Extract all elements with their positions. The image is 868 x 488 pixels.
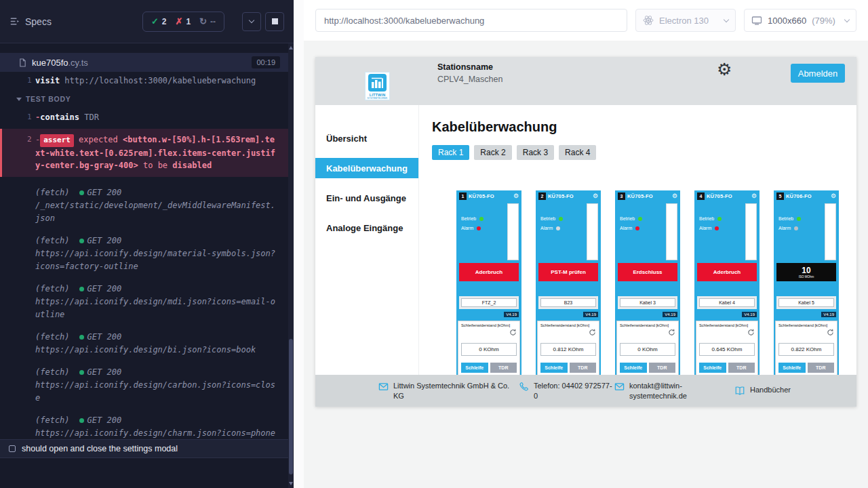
fetch-log-entry[interactable]: (fetch)GET 200 https://api.iconify.desig… xyxy=(0,414,288,440)
alarm-row: Alarm xyxy=(694,226,736,230)
resistance-section: Schleifenwiderstand [kOhm] 0 KOhm xyxy=(616,321,679,375)
fetch-log-entry[interactable]: (fetch)GET 200 https://api.iconify.desig… xyxy=(0,235,288,273)
alarm-label: Alarm xyxy=(620,226,632,230)
panel-resizer[interactable] xyxy=(294,0,304,488)
rack-tab[interactable]: Rack 3 xyxy=(517,145,554,160)
status-text: Erdschluss xyxy=(633,269,662,275)
command-visit[interactable]: 1 visit http://localhost:3000/kabelueber… xyxy=(0,72,288,88)
cable-name: FTZ_2 xyxy=(461,298,517,307)
alarm-led xyxy=(635,226,639,230)
schleife-button[interactable]: Schleife xyxy=(540,363,568,373)
rack-tab[interactable]: Rack 2 xyxy=(474,145,511,160)
electron-icon xyxy=(643,15,654,26)
book-icon xyxy=(734,386,745,396)
stop-icon xyxy=(272,18,278,24)
refresh-icon[interactable] xyxy=(668,329,675,336)
littwin-app: LITTWIN SYSTEMTECHNIK Stationsname CPLV4… xyxy=(315,57,856,407)
schleife-button[interactable]: Schleife xyxy=(620,363,647,373)
command-contains[interactable]: 1 -contains TDR xyxy=(0,108,288,125)
tdr-button[interactable]: TDR xyxy=(490,363,517,373)
schleife-button[interactable]: Schleife xyxy=(778,363,806,373)
refresh-icon[interactable] xyxy=(589,329,596,336)
resistance-section: Schleifenwiderstand [kOhm] 0.812 KOhm xyxy=(537,321,599,375)
footer-manuals-link[interactable]: Handbücher xyxy=(734,385,791,396)
device-status-panel: Betrieb Alarm xyxy=(615,202,680,262)
fetch-log-entry[interactable]: (fetch)GET 200 https://api.iconify.desig… xyxy=(0,366,288,405)
logout-button[interactable]: Abmelden xyxy=(791,64,845,83)
scroll-up-arrow[interactable] xyxy=(289,46,293,49)
device-gear-icon[interactable]: ⚙ xyxy=(513,193,519,199)
device-number: 5 xyxy=(776,192,784,200)
spec-duration-badge: 00:19 xyxy=(252,56,280,68)
footer-company: Littwin Systemtechnik GmbH & Co. KG xyxy=(378,381,512,401)
sidebar-item[interactable]: Ein- und Ausgänge xyxy=(315,188,418,208)
command-assert-failed[interactable]: 2 -assertexpected <button.w-[50%].h-[1.5… xyxy=(0,129,288,177)
station-info: Stationsname CPLV4_Maschen xyxy=(437,62,502,84)
device-gear-icon[interactable]: ⚙ xyxy=(672,193,677,199)
test-body-section[interactable]: TEST BODY xyxy=(0,95,288,103)
rack-tab[interactable]: Rack 1 xyxy=(432,145,469,160)
device-card-header: 3 KÜ705-FO ⚙ xyxy=(615,190,680,202)
status-message: PST-M prüfen xyxy=(538,263,598,281)
fetch-status: GET 200 xyxy=(87,188,122,197)
fetch-log-entry[interactable]: (fetch)GET 200 https://api.iconify.desig… xyxy=(0,283,288,321)
tdr-button[interactable]: TDR xyxy=(728,363,755,373)
status-message: Erdschluss xyxy=(618,263,677,281)
browser-select[interactable]: Electron 130 xyxy=(635,9,736,32)
betrieb-label: Betrieb xyxy=(461,216,476,221)
alarm-led xyxy=(477,226,481,230)
device-number: 3 xyxy=(618,192,625,200)
refresh-icon[interactable] xyxy=(747,329,755,336)
settings-gear-icon[interactable]: ⚙ xyxy=(717,61,732,78)
footer-email[interactable]: kontakt@littwin-systemtechnik.de xyxy=(614,381,697,401)
sidebar-item[interactable]: Übersicht xyxy=(315,128,418,148)
fetch-label: (fetch) xyxy=(35,415,70,425)
rack-tab[interactable]: Rack 4 xyxy=(559,145,596,160)
tdr-button[interactable]: TDR xyxy=(808,363,835,373)
fetch-url: /_next/static/development/_devMiddleware… xyxy=(35,199,279,225)
fetch-log-entry[interactable]: (fetch)GET 200 https://api.iconify.desig… xyxy=(0,331,288,357)
fetch-log-entry[interactable]: (fetch)GET 200 /_next/static/development… xyxy=(0,186,288,225)
device-gear-icon[interactable]: ⚙ xyxy=(751,193,757,199)
test-stats: ✓ 2 ✗ 1 ↻ -- xyxy=(142,12,224,32)
spec-file-bar[interactable]: kue705fo.cy.ts 00:19 xyxy=(0,53,288,72)
sidebar-item[interactable]: Analoge Eingänge xyxy=(315,218,418,238)
fetch-url: https://api.iconify.design/bi.json?icons… xyxy=(35,344,279,357)
test-title-bar[interactable]: should open and close the settings modal xyxy=(0,439,288,458)
collapse-button[interactable] xyxy=(242,12,261,31)
viewport-zoom: (79%) xyxy=(812,16,835,26)
chevron-down-icon xyxy=(844,16,850,22)
logo-mark-icon xyxy=(368,74,387,92)
scrollbar-thumb[interactable] xyxy=(289,339,293,474)
browser-name: Electron 130 xyxy=(659,16,709,26)
footer-phone[interactable]: Telefon: 04402 972577-0 xyxy=(519,381,615,401)
specs-button[interactable]: Specs xyxy=(9,16,52,27)
cypress-reporter-panel: Specs ✓ 2 ✗ 1 ↻ -- kue705fo.cy.ts xyxy=(0,0,294,488)
cable-name-row: B23 xyxy=(538,296,598,309)
refresh-icon[interactable] xyxy=(827,329,834,336)
reporter-scrollbar[interactable] xyxy=(288,43,294,488)
schleife-button[interactable]: Schleife xyxy=(699,363,726,373)
scroll-down-arrow[interactable] xyxy=(289,482,293,485)
stop-button[interactable] xyxy=(265,12,284,31)
schleife-button[interactable]: Schleife xyxy=(461,363,488,373)
device-gear-icon[interactable]: ⚙ xyxy=(593,193,598,199)
tdr-button[interactable]: TDR xyxy=(649,363,676,373)
device-gear-icon[interactable]: ⚙ xyxy=(831,193,836,199)
tdr-button[interactable]: TDR xyxy=(570,363,597,373)
fetch-status: GET 200 xyxy=(87,367,122,377)
betrieb-led xyxy=(797,217,801,221)
app-body: Übersicht Kabelüberwachung Ein- und Ausg… xyxy=(315,105,856,375)
device-model: KÜ706-FO xyxy=(786,193,829,199)
sidebar-item[interactable]: Kabelüberwachung xyxy=(315,158,418,178)
header-buttons xyxy=(242,12,284,31)
url-input[interactable] xyxy=(315,9,627,32)
version-row: V4.19 xyxy=(774,309,839,319)
device-card: 4 KÜ705-FO ⚙ Betrieb xyxy=(694,190,760,375)
email-icon xyxy=(614,382,625,392)
viewport-select[interactable]: 1000x660 (79%) xyxy=(744,9,856,32)
command-number: 1 xyxy=(27,111,32,123)
spec-name: kue705fo xyxy=(32,58,68,68)
refresh-icon[interactable] xyxy=(509,329,517,336)
status-message: 10 ISO MOhm xyxy=(776,263,836,281)
